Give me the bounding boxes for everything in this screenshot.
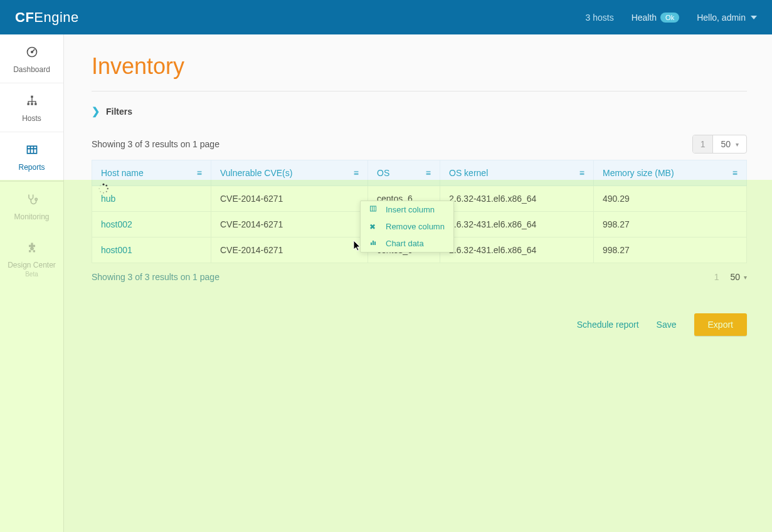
sidebar-item-reports[interactable]: Reports (0, 132, 63, 181)
col-header-host[interactable]: Host name ≡ (92, 160, 211, 186)
col-header-cve[interactable]: Vulnerable CVE(s) ≡ (211, 160, 368, 186)
hosts-count-label: 3 hosts (586, 13, 614, 23)
table-icon (3, 143, 61, 159)
brand-suffix: Engine (34, 9, 79, 25)
user-menu[interactable]: Hello, admin (697, 13, 757, 23)
chevron-down-icon (751, 16, 757, 19)
svg-point-7 (35, 198, 37, 200)
cell-cve: CVE-2014-6271 (211, 212, 368, 237)
svg-rect-10 (373, 241, 374, 245)
results-summary-top: Showing 3 of 3 results on 1 page (92, 139, 219, 149)
export-button[interactable]: Export (694, 313, 747, 336)
col-header-label: Host name (101, 168, 144, 178)
cell-kernel: 2.6.32-431.el6.x86_64 (440, 186, 594, 212)
col-header-label: OS (377, 168, 389, 178)
user-greeting: Hello, admin (697, 13, 746, 23)
svg-rect-3 (27, 103, 29, 105)
cell-cve: CVE-2014-6271 (211, 237, 368, 263)
ctx-label: Chart data (386, 239, 424, 248)
sidebar-label: Design Center (8, 261, 56, 269)
cell-memory: 490.29 (594, 186, 747, 212)
page-number[interactable]: 1 (693, 135, 714, 153)
divider (92, 91, 747, 91)
column-context-menu: Insert column ✖ Remove column Chart data (360, 201, 454, 253)
remove-icon: ✖ (369, 222, 379, 231)
stethoscope-icon (3, 193, 61, 209)
ctx-remove-column[interactable]: ✖ Remove column (361, 218, 453, 235)
table-top-bar: Showing 3 of 3 results on 1 page 1 50 ▾ (92, 135, 747, 154)
col-header-label: Vulnerable CVE(s) (220, 168, 292, 178)
chevron-right-icon: ❯ (92, 105, 100, 117)
host-link[interactable]: host001 (101, 245, 132, 255)
ctx-chart-data[interactable]: Chart data (361, 235, 453, 252)
ctx-label: Insert column (386, 205, 435, 214)
column-menu-icon[interactable]: ≡ (426, 168, 431, 178)
sidebar-item-monitoring[interactable]: Monitoring (0, 181, 63, 230)
page-size-value: 50 (721, 139, 731, 149)
cell-memory: 998.27 (594, 237, 747, 263)
filters-toggle[interactable]: ❯ Filters (92, 105, 747, 117)
svg-rect-5 (34, 103, 36, 105)
main-content: Inventory ❯ Filters Showing 3 of 3 resul… (64, 34, 772, 532)
results-summary-bottom: Showing 3 of 3 results on 1 page (92, 272, 219, 282)
page-size-select[interactable]: 50 ▾ (713, 135, 746, 153)
table-bottom-bar: Showing 3 of 3 results on 1 page 1 50 ▾ (92, 272, 747, 282)
host-link[interactable]: host002 (101, 219, 132, 229)
sidebar: Dashboard Hosts Reports Monitoring Desig… (0, 34, 64, 532)
col-header-label: Memory size (MB) (603, 168, 674, 178)
col-header-os[interactable]: OS ≡ (368, 160, 440, 186)
caret-down-icon: ▾ (744, 274, 747, 281)
health-label: Health (632, 13, 657, 23)
sidebar-label: Dashboard (13, 65, 50, 74)
save-link[interactable]: Save (657, 320, 677, 330)
ctx-insert-column[interactable]: Insert column (361, 201, 453, 218)
svg-point-1 (31, 51, 33, 53)
health-status-pill: Ok (660, 13, 679, 23)
sidebar-item-dashboard[interactable]: Dashboard (0, 34, 63, 83)
sidebar-item-design-center[interactable]: Design Center Beta (0, 230, 63, 286)
page-title: Inventory (92, 53, 747, 80)
health-indicator[interactable]: Health Ok (632, 13, 680, 23)
svg-rect-11 (374, 242, 376, 246)
hosts-count-link[interactable]: 3 hosts (586, 13, 614, 23)
bar-chart-icon (369, 239, 379, 248)
page-size-bottom[interactable]: 50 ▾ (730, 272, 747, 282)
page-size-value-bottom: 50 (730, 272, 740, 282)
brand-prefix: CF (15, 9, 34, 25)
insert-column-icon (369, 205, 379, 214)
column-menu-icon[interactable]: ≡ (354, 168, 359, 178)
svg-rect-8 (371, 206, 376, 211)
host-link[interactable]: hub (101, 194, 115, 204)
sidebar-label: Hosts (22, 114, 41, 123)
actions-bar: Schedule report Save Export (92, 313, 747, 336)
column-menu-icon[interactable]: ≡ (197, 168, 202, 178)
beta-badge: Beta (3, 271, 61, 278)
col-header-label: OS kernel (449, 168, 488, 178)
column-menu-icon[interactable]: ≡ (579, 168, 584, 178)
svg-rect-2 (31, 96, 33, 98)
cell-memory: 998.27 (594, 212, 747, 237)
cell-cve: CVE-2014-6271 (211, 186, 368, 212)
network-icon (3, 95, 61, 110)
svg-rect-6 (27, 146, 36, 154)
sidebar-label: Monitoring (14, 212, 49, 221)
col-header-memory[interactable]: Memory size (MB) ≡ (594, 160, 747, 186)
column-menu-icon[interactable]: ≡ (732, 168, 738, 178)
ctx-label: Remove column (386, 222, 445, 231)
schedule-report-link[interactable]: Schedule report (577, 320, 639, 330)
page-number-bottom[interactable]: 1 (714, 272, 719, 282)
sidebar-label: Reports (18, 163, 45, 172)
filters-label: Filters (106, 107, 132, 117)
table-header-row: Host name ≡ Vulnerable CVE(s) ≡ OS ≡ OS … (92, 160, 747, 186)
puzzle-icon (3, 241, 61, 257)
svg-rect-9 (371, 243, 372, 245)
brand-logo: CFEngine (15, 9, 79, 26)
topbar: CFEngine 3 hosts Health Ok Hello, admin (0, 0, 772, 34)
svg-rect-4 (31, 103, 33, 105)
col-header-kernel[interactable]: OS kernel ≡ (440, 160, 594, 186)
pagination-top: 1 50 ▾ (692, 135, 747, 154)
cell-kernel: 2.6.32-431.el6.x86_64 (440, 237, 594, 263)
cell-kernel: 2.6.32-431.el6.x86_64 (440, 212, 594, 237)
sidebar-item-hosts[interactable]: Hosts (0, 83, 63, 132)
gauge-icon (3, 46, 61, 61)
